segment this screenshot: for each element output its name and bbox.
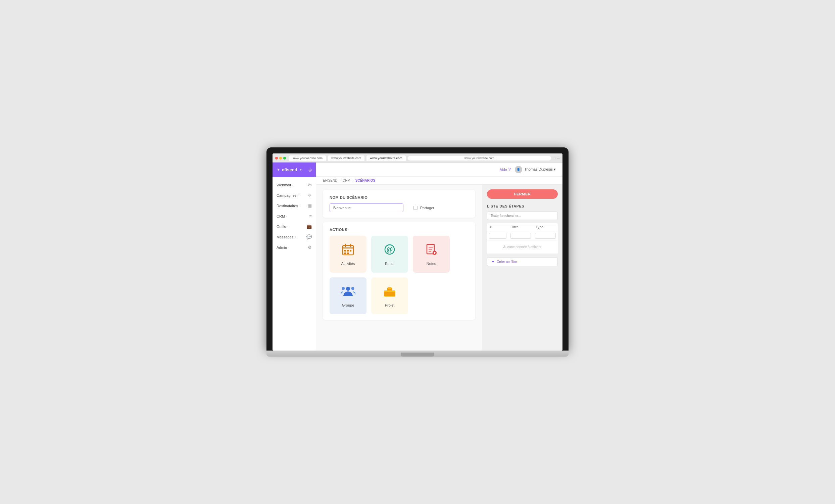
svg-rect-1	[343, 247, 353, 248]
minimize-dot[interactable]	[279, 157, 282, 160]
app-container: ✈ efisend ▾ ◎ Webmail ‹ ✉	[272, 162, 563, 350]
activites-label: Activités	[341, 262, 355, 266]
destinataires-icon: ▦	[308, 203, 312, 208]
actions-section-title: ACTIONS	[330, 228, 469, 232]
fermer-button[interactable]: FERMER	[487, 189, 558, 199]
svg-rect-24	[384, 290, 395, 292]
breadcrumb-crm[interactable]: CRM	[343, 179, 350, 182]
scenario-name-card: NOM DU SCÉNARIO Partager	[323, 190, 475, 218]
sidebar-item-crm[interactable]: CRM ‹ ≡	[272, 211, 316, 221]
more-icon[interactable]: ⋯	[557, 157, 560, 160]
browser-tab-1[interactable]: www.yourwebsite.com	[289, 156, 326, 161]
sidebar-settings-icon[interactable]: ◎	[308, 167, 312, 172]
messages-icon: 💬	[306, 234, 312, 239]
address-bar[interactable]: www.yourwebsite.com	[408, 156, 551, 161]
filter-titre[interactable]	[510, 233, 531, 239]
svg-rect-23	[388, 287, 391, 289]
efisend-logo-icon: ✈	[277, 167, 280, 172]
close-dot[interactable]	[275, 157, 278, 160]
scenario-name-row: Partager	[330, 203, 469, 212]
breadcrumb-sep-1: ›	[339, 179, 340, 182]
svg-text:@: @	[387, 245, 393, 253]
sidebar-item-messages[interactable]: Messages ‹ 💬	[272, 232, 316, 242]
sidebar-item-outils[interactable]: Outils ‹ 💼	[272, 221, 316, 232]
browser-tab-3[interactable]: www.yourwebsite.com	[366, 156, 406, 161]
content-panel: NOM DU SCÉNARIO Partager	[316, 185, 482, 350]
browser-chrome: www.yourwebsite.com www.yourwebsite.com …	[272, 154, 563, 162]
email-label: Email	[385, 262, 394, 266]
browser-action-icons: ↑ ⋯	[554, 157, 560, 160]
sidebar-item-destinataires[interactable]: Destinataires ‹ ▦	[272, 200, 316, 211]
logo-dropdown-icon[interactable]: ▾	[300, 168, 302, 172]
breadcrumb: EFISEND › CRM › SCÉNARIOS	[316, 177, 563, 185]
destinataires-arrow: ‹	[299, 204, 300, 207]
svg-rect-5	[347, 250, 349, 251]
svg-rect-6	[350, 250, 351, 251]
filter-icon: ▼	[491, 260, 495, 264]
laptop-screen: www.yourwebsite.com www.yourwebsite.com …	[272, 154, 563, 350]
groupe-icon	[341, 284, 355, 301]
laptop-shell: www.yourwebsite.com www.yourwebsite.com …	[266, 147, 569, 357]
breadcrumb-efisend[interactable]: EFISEND	[323, 179, 337, 182]
help-label[interactable]: Aide	[500, 167, 507, 172]
help-question-icon[interactable]: ?	[508, 167, 511, 172]
svg-rect-8	[347, 253, 349, 254]
projet-icon	[383, 284, 396, 301]
filter-type[interactable]	[535, 233, 556, 239]
messages-arrow: ‹	[295, 235, 296, 239]
email-icon: @	[383, 243, 396, 259]
action-card-projet[interactable]: Projet	[371, 277, 408, 314]
no-data-message: Aucune donnée à afficher	[487, 240, 558, 254]
table-filter-row	[487, 231, 558, 240]
groupe-label: Groupe	[342, 303, 354, 307]
svg-point-19	[351, 287, 354, 290]
share-icon[interactable]: ↑	[554, 157, 556, 160]
action-card-notes[interactable]: Notes	[413, 236, 450, 273]
projet-label: Projet	[385, 303, 395, 307]
action-card-activites[interactable]: Activités	[330, 236, 366, 273]
col-type: Type	[533, 223, 558, 231]
filter-hash[interactable]	[489, 233, 506, 239]
maximize-dot[interactable]	[283, 157, 286, 160]
action-card-groupe[interactable]: Groupe	[330, 277, 366, 314]
actions-grid: Activités @	[330, 236, 469, 314]
laptop-notch	[401, 352, 434, 357]
window-controls	[275, 157, 286, 160]
etapes-table: # Titre Type	[487, 223, 558, 254]
main-area: NOM DU SCÉNARIO Partager	[316, 185, 563, 350]
sidebar-header: ✈ efisend ▾ ◎	[272, 162, 316, 177]
screen-bezel: www.yourwebsite.com www.yourwebsite.com …	[266, 147, 569, 350]
partager-label: Partager	[420, 206, 434, 210]
no-data-row: Aucune donnée à afficher	[487, 240, 558, 254]
partager-checkbox[interactable]	[413, 206, 418, 210]
scenario-name-input[interactable]	[330, 203, 403, 212]
crm-icon: ≡	[309, 214, 312, 219]
browser-tab-2[interactable]: www.yourwebsite.com	[328, 156, 365, 161]
sidebar-item-campagnes[interactable]: Campagnes ‹ ✈	[272, 190, 316, 200]
sidebar-nav: Webmail ‹ ✉ Campagnes ‹ ✈	[272, 177, 316, 350]
creer-filtre-button[interactable]: ▼ Créer un filtre	[487, 257, 558, 266]
sidebar: ✈ efisend ▾ ◎ Webmail ‹ ✉	[272, 162, 316, 350]
user-avatar: 👤	[515, 166, 522, 173]
breadcrumb-scenarios: SCÉNARIOS	[355, 179, 375, 182]
sidebar-item-admin[interactable]: Admin ‹ ⚙	[272, 242, 316, 253]
svg-point-18	[346, 287, 350, 291]
col-titre: Titre	[508, 223, 533, 231]
outils-icon: 💼	[306, 224, 312, 229]
actions-card: ACTIONS	[323, 222, 475, 320]
topbar: Aide ? 👤 Thomas Duplesis ▾	[316, 162, 563, 177]
col-hash: #	[487, 223, 508, 231]
action-card-email[interactable]: @ Email	[371, 236, 408, 273]
search-etapes-input[interactable]	[487, 211, 558, 220]
notes-label: Notes	[427, 262, 436, 266]
user-name[interactable]: Thomas Duplesis ▾	[524, 167, 556, 172]
campagnes-icon: ✈	[308, 193, 312, 198]
admin-arrow: ‹	[288, 246, 289, 249]
webmail-icon: ✉	[308, 182, 312, 187]
sidebar-item-webmail[interactable]: Webmail ‹ ✉	[272, 180, 316, 190]
svg-point-20	[342, 287, 345, 290]
admin-icon: ⚙	[308, 245, 312, 250]
breadcrumb-sep-2: ›	[352, 179, 353, 182]
activites-icon	[341, 243, 355, 259]
campagnes-arrow: ‹	[298, 194, 299, 197]
